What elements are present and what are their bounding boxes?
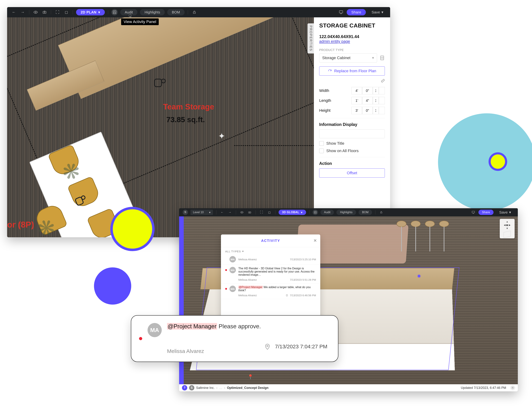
activity-icon[interactable] [313, 210, 318, 215]
svg-point-12 [249, 212, 250, 213]
object-pin-icon[interactable] [418, 275, 420, 277]
activity-text: The HD Render - 3D Global View 2 for the… [238, 267, 316, 276]
svg-rect-5 [154, 79, 161, 87]
tab-highlights[interactable]: Highlights [337, 210, 356, 215]
decor-ring-small [488, 152, 507, 171]
location-pin-icon [264, 343, 271, 350]
app-logo-icon[interactable] [183, 210, 188, 215]
back-icon[interactable]: ← [11, 9, 17, 15]
chevron-down-icon: ▾ [98, 10, 100, 14]
back-icon[interactable]: ← [220, 210, 225, 215]
unread-dot-icon [225, 288, 227, 290]
present-icon[interactable] [471, 210, 476, 215]
length-in[interactable]: 4" [362, 97, 373, 104]
admin-link[interactable]: admin entity page [319, 39, 350, 43]
save-button[interactable]: Save ▾ [368, 9, 387, 15]
target-icon[interactable]: ⦿ [510, 385, 515, 390]
lock-icon[interactable] [191, 9, 197, 15]
activity-icon[interactable] [111, 9, 118, 15]
fullscreen-icon[interactable]: ⛶ [259, 210, 264, 215]
tab-highlights[interactable]: Highlights [140, 9, 165, 15]
eye-icon[interactable] [239, 210, 245, 215]
height-in[interactable]: 0" [362, 107, 373, 114]
length-lock-check[interactable] [379, 97, 385, 104]
save-button[interactable]: Save ▾ [496, 209, 514, 215]
activity-filter[interactable]: ALL TYPES ▾ [221, 247, 320, 254]
stool-shape[interactable] [397, 221, 407, 253]
decor-circle-purple [94, 267, 131, 305]
svg-point-15 [287, 295, 287, 295]
cabinet-icon [380, 55, 385, 60]
height-ft[interactable]: 3' [352, 107, 362, 114]
orbit-control[interactable]: ▲ ◀ ◼ ▶ ▼ [500, 219, 515, 238]
view-mode-label: 2D PLAN [81, 10, 97, 14]
camera-icon[interactable] [41, 9, 48, 15]
activity-item[interactable]: MA @Project Manager We added a larger ta… [221, 283, 320, 299]
zone-title-label: Team Storage [163, 102, 214, 111]
lock-icon[interactable] [379, 210, 384, 215]
unread-dot-icon [139, 337, 142, 340]
org-badge-icon[interactable]: S [189, 385, 194, 391]
location-pin-icon [285, 294, 288, 297]
width-ft[interactable]: 4' [352, 87, 362, 94]
tab-audit[interactable]: Audit [320, 210, 334, 215]
close-icon[interactable]: ✕ [313, 238, 317, 243]
help-icon[interactable]: ? [182, 385, 187, 391]
height-stepper[interactable]: ▲▼ [373, 107, 379, 114]
length-ft[interactable]: 1' [352, 97, 362, 104]
product-type-select[interactable]: Storage Cabinet ▾ [319, 53, 377, 62]
properties-tab[interactable]: PROPERTIES [308, 23, 314, 53]
forward-icon[interactable]: → [227, 210, 233, 215]
fullscreen-icon[interactable]: ⛶ [54, 9, 61, 15]
tab-bom[interactable]: BOM [359, 210, 372, 215]
camera-icon[interactable] [247, 210, 252, 215]
width-stepper[interactable]: ▲▼ [373, 87, 379, 94]
anchor-icon[interactable]: ✦ [216, 131, 227, 141]
svg-rect-11 [248, 212, 251, 213]
forward-icon[interactable]: → [19, 9, 26, 15]
link-dimensions-icon[interactable] [314, 78, 390, 83]
action-title: Action [319, 161, 385, 166]
length-stepper[interactable]: ▲▼ [373, 97, 379, 104]
show-all-floors-check[interactable]: Show on All Floors [319, 149, 385, 153]
level-select[interactable]: Level 10▾ [190, 210, 213, 215]
toolbar-a: ← → ⛶ ◻ 2D PLAN ▾ Audit Highlights BOM [7, 7, 390, 17]
eye-icon[interactable] [32, 9, 39, 15]
comment-text: @Project Manager Please approve. [167, 323, 327, 330]
footer-breadcrumb: ? S Saltmine Inc. › … › Optimized_Concep… [179, 384, 518, 391]
activity-item[interactable]: MA The HD Render - 3D Global View 2 for … [221, 265, 320, 283]
present-icon[interactable] [338, 9, 344, 15]
svg-rect-7 [75, 197, 84, 206]
crumb-org[interactable]: Saltmine Inc. [196, 386, 214, 390]
stool-shape[interactable] [411, 221, 421, 253]
panel-title: STORAGE CABINET [319, 22, 385, 29]
share-button[interactable]: Share [479, 210, 494, 215]
object-glyph-icon [149, 72, 170, 94]
replace-button[interactable]: Replace from Floor Plan [319, 66, 385, 76]
decor-circle-blue [438, 113, 532, 211]
width-lock-check[interactable] [379, 87, 385, 94]
view-mode-pill[interactable]: 3D GLOBAL ▾ [279, 210, 306, 215]
stool-shape[interactable] [425, 221, 435, 253]
activity-text: @Project Manager We added a larger table… [238, 286, 316, 292]
floor-pin-icon[interactable]: 📍 [248, 374, 253, 380]
offset-button[interactable]: Offset [319, 168, 385, 178]
show-title-check[interactable]: Show Title [319, 141, 385, 146]
corner-label-left: or (8P) [7, 220, 34, 230]
view-mode-pill[interactable]: 2D PLAN ▾ [76, 9, 105, 15]
share-button[interactable]: Share [347, 9, 366, 15]
activity-item[interactable]: MA Melissa Alvarez7/13/2023 5:25:10 PM [221, 254, 320, 265]
svg-point-2 [44, 12, 45, 13]
bounds-icon[interactable]: ◻ [267, 210, 272, 215]
height-lock-check[interactable] [379, 107, 385, 114]
decor-ring-big [110, 207, 155, 251]
tab-bom[interactable]: BOM [167, 9, 185, 15]
crumb-project[interactable]: Optimized_Concept Design [227, 386, 268, 390]
width-in[interactable]: 0" [362, 87, 373, 94]
bounds-icon[interactable]: ◻ [63, 9, 70, 15]
comment-author: Melissa Alvarez [167, 348, 204, 354]
stool-shape[interactable] [439, 221, 449, 253]
svg-rect-14 [472, 211, 475, 213]
info-display-field[interactable] [319, 129, 385, 138]
floorplan-canvas[interactable]: ❋ ❋ ✦ Team Storage 73.85 sq.ft. Di or (8… [7, 17, 314, 237]
